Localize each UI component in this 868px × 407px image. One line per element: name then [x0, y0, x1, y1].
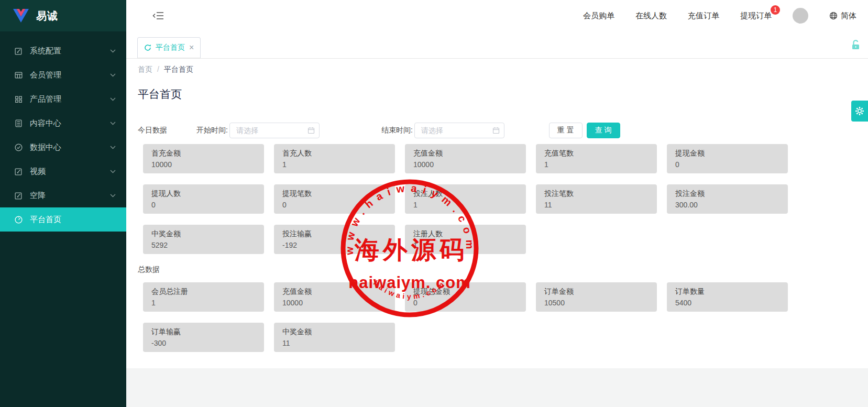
stat-card: 充值金额10000 [274, 282, 395, 312]
lock-button[interactable] [851, 39, 861, 52]
stat-card: 订单输赢-300 [143, 323, 264, 352]
stat-value: -192 [282, 241, 387, 249]
stat-card: 投注金额300.00 [667, 184, 788, 214]
sidebar-item-label: 产品管理 [30, 94, 110, 104]
sidebar-item-label: 空降 [30, 191, 110, 201]
total-section-label: 总数据 [138, 265, 868, 274]
sidebar-item-data-center[interactable]: 数据中心 [0, 135, 126, 159]
sidebar: 易诚 系统配置 会员管理 产品管理 [0, 0, 126, 407]
stat-value: 0 [675, 160, 779, 169]
sidebar-item-product-management[interactable]: 产品管理 [0, 87, 126, 111]
nav-withdraw-orders-label: 提现订单 [740, 11, 772, 20]
stat-label: 提现笔数 [282, 189, 387, 199]
today-stats-grid: 首充金额10000 首充人数1 充值金额10000 充值笔数1 提现金额0 提现… [143, 144, 868, 254]
gear-icon [854, 106, 865, 116]
total-stats-grid: 会员总注册1 充值金额10000 提现总金额0 订单金额10500 订单数量54… [143, 282, 868, 352]
sidebar-item-label: 系统配置 [30, 46, 110, 56]
sidebar-item-content-center[interactable]: 内容中心 [0, 111, 126, 135]
stat-label: 提现金额 [675, 149, 779, 158]
start-date-input[interactable] [229, 123, 320, 138]
nav-member-orders[interactable]: 会员购单 [583, 11, 614, 21]
table-icon [14, 71, 23, 80]
sidebar-item-member-management[interactable]: 会员管理 [0, 63, 126, 87]
close-icon[interactable]: × [189, 43, 194, 52]
tab-label: 平台首页 [156, 43, 185, 52]
stat-label: 投注输赢 [282, 229, 387, 239]
sidebar-item-video[interactable]: 视频 [0, 159, 126, 183]
stat-value: 10000 [151, 160, 256, 169]
breadcrumb-separator: / [157, 65, 159, 74]
chevron-down-icon [110, 73, 116, 77]
nav-recharge-orders[interactable]: 充值订单 [688, 11, 719, 21]
footer-strip [126, 368, 868, 407]
language-switcher[interactable]: 简体 [829, 11, 856, 21]
reset-button[interactable]: 重 置 [549, 123, 583, 138]
stat-card: 充值金额10000 [405, 144, 526, 173]
sidebar-item-label: 平台首页 [30, 215, 116, 225]
settings-fab-button[interactable] [851, 101, 868, 122]
refresh-icon[interactable] [144, 44, 151, 51]
stat-label: 首充人数 [282, 149, 387, 158]
sidebar-collapse-button[interactable] [150, 9, 166, 23]
nav-withdraw-orders[interactable]: 提现订单 1 [740, 11, 772, 21]
topbar: 会员购单 在线人数 充值订单 提现订单 1 简体 [126, 0, 868, 31]
stat-card: 提现总金额0 [405, 282, 526, 312]
stat-value: 1 [151, 299, 256, 307]
nav-online-users[interactable]: 在线人数 [635, 11, 667, 21]
stat-card: 提现笔数0 [274, 184, 395, 214]
tab-platform-home[interactable]: 平台首页 × [137, 37, 201, 58]
chevron-down-icon [110, 146, 116, 149]
language-label: 简体 [841, 11, 856, 21]
today-section-label: 今日数据 [138, 126, 168, 135]
chevron-down-icon [110, 49, 116, 53]
stat-label: 提现人数 [151, 189, 256, 199]
chevron-down-icon [110, 122, 116, 125]
stat-card: 投注输赢-192 [274, 225, 395, 254]
stat-label: 首充金额 [151, 149, 256, 158]
menu-fold-icon [152, 11, 164, 20]
start-time-label: 开始时间: [196, 126, 228, 135]
stat-card: 订单数量5400 [667, 282, 788, 312]
stat-label: 订单输赢 [151, 327, 256, 337]
chevron-down-icon [110, 194, 116, 197]
stat-value: 11 [282, 339, 387, 347]
sidebar-item-platform-home[interactable]: 平台首页 [0, 207, 126, 232]
stat-value: 1 [413, 201, 518, 209]
sidebar-item-system-config[interactable]: 系统配置 [0, 39, 126, 63]
stat-card: 首充金额10000 [143, 144, 264, 173]
stat-card: 提现人数0 [143, 184, 264, 214]
sidebar-item-label: 数据中心 [30, 142, 110, 152]
breadcrumb-current: 平台首页 [164, 65, 193, 74]
stat-value: 1 [544, 160, 649, 169]
stat-value: 5400 [675, 299, 779, 307]
filter-bar: 今日数据 开始时间: 结束时间: 重 置 查 询 [138, 123, 868, 138]
stat-card: 投注笔数11 [536, 184, 657, 214]
sidebar-item-label: 内容中心 [30, 118, 110, 128]
stat-value: 1 [413, 241, 518, 249]
stat-card: 中奖金额11 [274, 323, 395, 352]
stat-card: 充值笔数1 [536, 144, 657, 173]
stat-value: 0 [282, 201, 387, 209]
stat-card: 注册人数1 [405, 225, 526, 254]
avatar[interactable] [793, 8, 808, 24]
stat-label: 订单金额 [544, 287, 649, 296]
stat-value: 11 [544, 201, 649, 209]
sidebar-item-label: 视频 [30, 167, 110, 177]
stat-label: 中奖金额 [282, 327, 387, 337]
end-date-input[interactable] [414, 123, 504, 138]
sidebar-item-airdrop[interactable]: 空降 [0, 183, 126, 207]
query-button[interactable]: 查 询 [587, 123, 620, 138]
stat-label: 投注金额 [675, 189, 779, 199]
stat-card: 中奖金额5292 [143, 225, 264, 254]
topnav: 会员购单 在线人数 充值订单 提现订单 1 简体 [583, 8, 856, 24]
stat-card: 提现金额0 [667, 144, 788, 173]
breadcrumb-home[interactable]: 首页 [138, 65, 152, 74]
brand-name: 易诚 [36, 9, 58, 23]
stat-value: 300.00 [675, 201, 779, 209]
stat-label: 中奖金额 [151, 229, 256, 239]
stat-card: 首充人数1 [274, 144, 395, 173]
stat-value: 0 [151, 201, 256, 209]
stat-label: 订单数量 [675, 287, 779, 296]
brand: 易诚 [0, 0, 126, 31]
app-root: 易诚 系统配置 会员管理 产品管理 [0, 0, 868, 407]
